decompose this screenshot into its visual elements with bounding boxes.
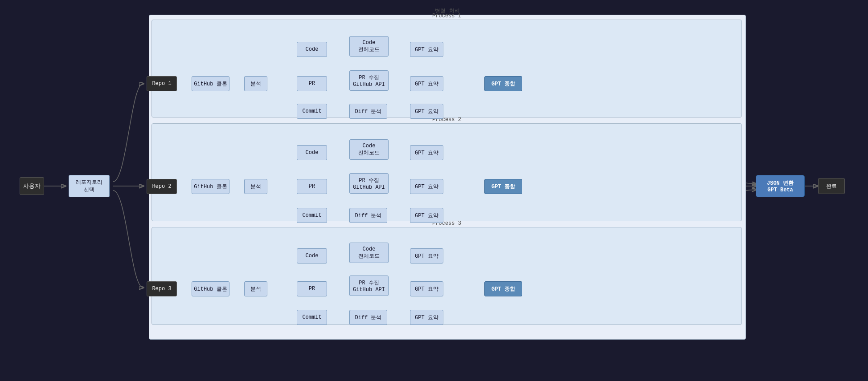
pr-detail1-label: PR 수집GitHub API [353, 74, 385, 88]
gpt-combine1-label: GPT 종합 [491, 80, 515, 88]
github-clone3-label: GitHub 클론 [194, 285, 227, 293]
pr-detail3-label: PR 수집GitHub API [353, 279, 385, 293]
github-clone2-label: GitHub 클론 [194, 183, 227, 190]
pr1-node: PR [297, 76, 327, 91]
pr1-label: PR [309, 81, 315, 87]
repo2-label: Repo 2 [152, 183, 171, 190]
pr-detail2-node: PR 수집GitHub API [349, 173, 389, 194]
process3-container: Process 3 [151, 227, 742, 325]
gpt-combine1-node: GPT 종합 [484, 76, 522, 91]
process1-container: Process 1 [151, 20, 742, 118]
code2-node: Code [297, 145, 327, 160]
gpt-summary-commit2-label: GPT 요약 [415, 212, 438, 219]
gpt-combine2-label: GPT 종합 [491, 183, 515, 190]
code-detail1-node: Code전체코드 [349, 36, 389, 57]
pr3-label: PR [309, 286, 315, 292]
user-node: 사용자 [20, 177, 44, 195]
commit1-node: Commit [297, 104, 327, 119]
repo2-node: Repo 2 [147, 179, 177, 194]
repo1-label: Repo 1 [152, 81, 171, 87]
diff2-label: Diff 분석 [355, 212, 381, 219]
code3-node: Code [297, 248, 327, 263]
diagram-container: 병렬 처리 Process 1 Process 2 Process 3 사용자 … [11, 8, 857, 373]
code-detail3-node: Code전체코드 [349, 243, 389, 263]
repo1-node: Repo 1 [147, 76, 177, 91]
gpt-summary-commit3-node: GPT 요약 [410, 310, 443, 325]
diff3-label: Diff 분석 [355, 314, 381, 321]
gpt-summary-code1-node: GPT 요약 [410, 42, 443, 57]
diff1-label: Diff 분석 [355, 108, 381, 115]
analysis1-label: 분석 [250, 80, 261, 88]
gpt-summary-code2-label: GPT 요약 [415, 149, 438, 157]
repo3-label: Repo 3 [152, 286, 171, 292]
analysis1-node: 분석 [244, 76, 267, 91]
gpt-summary-code3-label: GPT 요약 [415, 252, 438, 260]
analysis3-node: 분석 [244, 281, 267, 296]
code1-label: Code [306, 46, 319, 53]
code2-label: Code [306, 150, 319, 156]
complete-node: 완료 [818, 178, 845, 194]
gpt-summary-pr3-label: GPT 요약 [415, 285, 438, 293]
pr-detail2-label: PR 수집GitHub API [353, 177, 385, 190]
gpt-summary-pr2-node: GPT 요약 [410, 179, 443, 194]
process2-container: Process 2 [151, 123, 742, 221]
commit2-label: Commit [302, 212, 321, 219]
diff3-node: Diff 분석 [349, 310, 387, 325]
gpt-summary-code3-node: GPT 요약 [410, 248, 443, 263]
code-detail2-label: Code전체코드 [358, 143, 380, 157]
repo-select-node: 레포지토리선택 [69, 175, 110, 197]
github-clone2-node: GitHub 클론 [192, 179, 229, 194]
gpt-summary-pr1-node: GPT 요약 [410, 76, 443, 91]
gpt-summary-commit1-node: GPT 요약 [410, 104, 443, 119]
github-clone1-node: GitHub 클론 [192, 76, 229, 91]
gpt-summary-pr3-node: GPT 요약 [410, 281, 443, 296]
analysis3-label: 분석 [250, 285, 261, 293]
pr-detail3-node: PR 수집GitHub API [349, 276, 389, 296]
code-detail3-label: Code전체코드 [358, 246, 380, 260]
gpt-summary-code2-node: GPT 요약 [410, 145, 443, 160]
commit1-label: Commit [302, 108, 321, 114]
json-gpt-label: JSON 변환GPT Beta [767, 179, 794, 193]
github-clone3-node: GitHub 클론 [192, 281, 229, 296]
code3-label: Code [306, 253, 319, 259]
gpt-combine2-node: GPT 종합 [484, 179, 522, 194]
parallel-container: 병렬 처리 Process 1 Process 2 Process 3 [149, 15, 746, 340]
commit3-label: Commit [302, 314, 321, 320]
gpt-summary-pr1-label: GPT 요약 [415, 80, 438, 88]
gpt-combine3-label: GPT 종합 [491, 285, 515, 293]
diff1-node: Diff 분석 [349, 104, 387, 119]
gpt-combine3-node: GPT 종합 [484, 281, 522, 296]
gpt-summary-commit3-label: GPT 요약 [415, 314, 438, 321]
diff2-node: Diff 분석 [349, 208, 387, 223]
user-label: 사용자 [23, 182, 41, 190]
analysis2-node: 분석 [244, 179, 267, 194]
gpt-summary-code1-label: GPT 요약 [415, 46, 438, 53]
github-clone1-label: GitHub 클론 [194, 80, 227, 88]
code-detail1-label: Code전체코드 [358, 40, 380, 53]
repo3-node: Repo 3 [147, 281, 177, 296]
code1-node: Code [297, 42, 327, 57]
code-detail2-node: Code전체코드 [349, 139, 389, 160]
pr2-node: PR [297, 179, 327, 194]
process1-label: Process 1 [432, 13, 461, 19]
pr3-node: PR [297, 281, 327, 296]
analysis2-label: 분석 [250, 183, 261, 190]
json-gpt-node: JSON 변환GPT Beta [756, 175, 805, 197]
gpt-summary-commit1-label: GPT 요약 [415, 108, 438, 115]
commit2-node: Commit [297, 208, 327, 223]
pr2-label: PR [309, 183, 315, 190]
pr-detail1-node: PR 수집GitHub API [349, 70, 389, 91]
gpt-summary-commit2-node: GPT 요약 [410, 208, 443, 223]
repo-select-label: 레포지토리선택 [76, 178, 102, 194]
commit3-node: Commit [297, 310, 327, 325]
complete-label: 완료 [826, 182, 837, 190]
gpt-summary-pr2-label: GPT 요약 [415, 183, 438, 190]
